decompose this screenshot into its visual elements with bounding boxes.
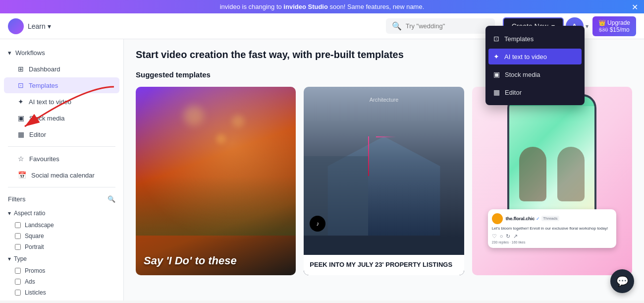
star-icon: ☆	[18, 155, 24, 163]
ai-text-icon: ✦	[493, 53, 499, 61]
learn-menu[interactable]: Learn ▾	[28, 22, 51, 30]
editor-icon: ▦	[493, 88, 500, 96]
square-checkbox[interactable]	[15, 233, 21, 239]
search-input[interactable]	[406, 22, 489, 30]
chevron-down-icon: ▾	[586, 23, 589, 30]
ai-text-icon: ✦	[18, 98, 24, 106]
chevron-down-icon: ▾	[48, 22, 51, 30]
search-bar[interactable]: 🔍	[386, 18, 495, 34]
templates-icon: ⊡	[493, 35, 499, 43]
sidebar: ▾ Workflows ⊞ Dashboard ⊡ Templates ✦ AI…	[0, 39, 124, 301]
sidebar-divider	[8, 146, 115, 147]
dropdown-item-templates[interactable]: ⊡ Templates	[485, 30, 585, 48]
stock-media-icon: ▣	[493, 70, 500, 78]
dropdown-item-editor[interactable]: ▦ Editor	[485, 83, 585, 101]
chat-icon: 💬	[616, 275, 629, 287]
banner-close-button[interactable]: ✕	[632, 2, 638, 11]
templates-grid: Say 'I Do' to these Architecture ♪ PEEK …	[136, 87, 632, 275]
banner-text: invideo is changing to invideo Studio so…	[220, 3, 425, 10]
calendar-icon: 📅	[18, 171, 26, 179]
logo	[8, 18, 24, 34]
templates-icon: ⊡	[18, 81, 24, 89]
sidebar-divider-2	[8, 187, 115, 187]
editor-icon: ▦	[18, 130, 24, 138]
sidebar-item-favourites[interactable]: ☆ Favourites	[4, 151, 119, 167]
social-username: the.floral.chic	[506, 216, 535, 221]
card-overlay: Say 'I Do' to these	[136, 246, 296, 275]
sidebar-item-social-calendar[interactable]: 📅 Social media calendar	[4, 167, 119, 183]
chevron-down-icon: ▾	[8, 49, 11, 57]
landscape-checkbox[interactable]	[15, 222, 21, 228]
filters-header: Filters 🔍	[0, 191, 123, 207]
announcement-banner: invideo is changing to invideo Studio so…	[0, 0, 644, 13]
sidebar-item-stock-media[interactable]: ▣ Stock media	[4, 110, 119, 126]
type-filter-group[interactable]: ▾ Type	[0, 252, 123, 265]
upgrade-label: 👑 Upgrade	[598, 19, 630, 26]
aspect-ratio-filter-group[interactable]: ▾ Aspect ratio	[0, 207, 123, 220]
sidebar-item-ai-text[interactable]: ✦ AI text to video	[4, 94, 119, 110]
workflows-section[interactable]: ▾ Workflows	[0, 45, 123, 61]
chevron-down-icon: ▾	[8, 255, 11, 262]
filter-promos[interactable]: Promos	[0, 265, 123, 276]
upgrade-button[interactable]: 👑 Upgrade $30 $15/mo	[592, 16, 636, 36]
create-new-dropdown: ⊡ Templates ✦ AI text to video ▣ Stock m…	[485, 26, 585, 105]
filter-slideshow[interactable]: Slideshow	[0, 298, 123, 301]
filter-ads[interactable]: Ads	[0, 276, 123, 287]
template-card-property[interactable]: Architecture ♪ PEEK INTO MY JULY 23' PRO…	[304, 87, 464, 275]
chat-button[interactable]: 💬	[610, 269, 634, 293]
listicles-checkbox[interactable]	[15, 290, 21, 296]
social-description: Let's bloom together! Enroll in our excl…	[492, 226, 612, 231]
filter-listicles[interactable]: Listicles	[0, 287, 123, 298]
dropdown-item-stock-media[interactable]: ▣ Stock media	[485, 65, 585, 83]
search-icon: 🔍	[392, 21, 402, 31]
filter-landscape[interactable]: Landscape	[0, 220, 123, 231]
sidebar-item-editor[interactable]: ▦ Editor	[4, 126, 119, 142]
filter-square[interactable]: Square	[0, 231, 123, 242]
dashboard-icon: ⊞	[18, 65, 24, 73]
template-card-wedding[interactable]: Say 'I Do' to these	[136, 87, 296, 275]
sidebar-item-templates[interactable]: ⊡ Templates	[4, 77, 119, 93]
chevron-down-icon: ▾	[8, 210, 11, 217]
portrait-checkbox[interactable]	[15, 244, 21, 250]
search-icon[interactable]: 🔍	[107, 195, 115, 203]
ads-checkbox[interactable]	[15, 279, 21, 285]
promos-checkbox[interactable]	[15, 268, 21, 274]
dropdown-item-ai-text[interactable]: ✦ AI text to video	[488, 49, 582, 64]
filter-portrait[interactable]: Portrait	[0, 242, 123, 252]
crown-icon: 👑	[598, 19, 606, 26]
stock-media-icon: ▣	[18, 114, 24, 122]
template-card-floral[interactable]: the.floral.chic ✓ Threads Let's bloom to…	[472, 87, 632, 275]
sidebar-item-dashboard[interactable]: ⊞ Dashboard	[4, 61, 119, 77]
card-title: PEEK INTO MY JULY 23' PROPERTY LISTINGS	[310, 261, 458, 269]
card-text: Say 'I Do' to these	[144, 254, 288, 267]
